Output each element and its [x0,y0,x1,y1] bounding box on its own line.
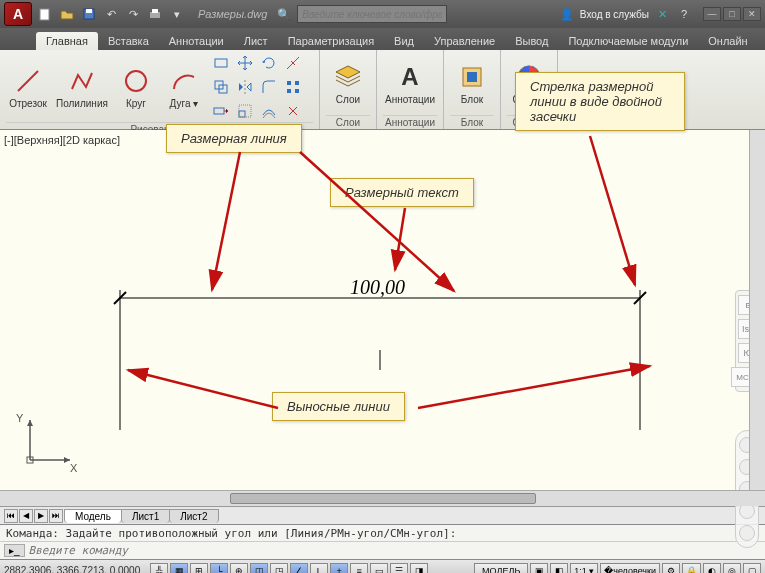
status-clean-icon[interactable]: ▢ [743,563,761,574]
tab-insert[interactable]: Вставка [98,32,159,50]
arc-label: Дуга ▾ [170,98,199,109]
explode-icon[interactable] [282,100,304,122]
rect-icon[interactable] [210,52,232,74]
tab-addins[interactable]: Подключаемые модули [558,32,698,50]
qat-new-icon[interactable] [36,5,54,23]
axis-x-label: X [70,462,77,474]
status-annoscale-button[interactable]: 1:1 ▾ [570,563,598,574]
scale-icon[interactable] [234,100,256,122]
tab-manage[interactable]: Управление [424,32,505,50]
svg-line-5 [18,71,38,91]
status-osnap-icon[interactable]: ◫ [250,563,268,574]
axis-y-label: Y [16,412,23,424]
text-button[interactable]: A Аннотации [383,60,437,107]
text-label: Аннотации [385,94,435,105]
qat-undo-icon[interactable]: ↶ [102,5,120,23]
tab-view[interactable]: Вид [384,32,424,50]
status-sc-icon[interactable]: ◨ [410,563,428,574]
status-hardware-icon[interactable]: ◐ [703,563,721,574]
ucs-icon [20,410,80,470]
layers-button[interactable]: Слои [326,60,370,107]
tab-online[interactable]: Онлайн [698,32,757,50]
signin-icon[interactable]: 👤 [558,5,576,23]
svg-line-32 [590,136,635,285]
circle-button[interactable]: Круг [114,64,158,111]
command-input[interactable] [29,544,761,557]
status-ortho-icon[interactable]: └ [210,563,228,574]
layer-panel-title: Слои [326,115,370,129]
svg-rect-2 [86,9,92,13]
offset-icon[interactable] [258,100,280,122]
status-model-button[interactable]: МОДЕЛЬ [474,563,528,574]
model-tab[interactable]: Модель [64,509,122,523]
command-prompt-icon[interactable]: ▸_ [4,544,25,557]
layout-tab-last[interactable]: ⏭ [49,509,63,523]
annot-panel-title: Аннотации [383,115,437,129]
line-button[interactable]: Отрезок [6,64,50,111]
trim-icon[interactable] [282,52,304,74]
callout-arrow-type: Стрелка размерной линии в виде двойной з… [515,72,685,131]
rotate-icon[interactable] [258,52,280,74]
copy-icon[interactable] [210,76,232,98]
minimize-button[interactable]: — [703,7,721,21]
status-annovis-icon[interactable]: �человечки [600,563,660,574]
status-ducs-icon[interactable]: L [310,563,328,574]
qat-print-icon[interactable] [146,5,164,23]
svg-point-6 [126,71,146,91]
block-button[interactable]: Блок [450,60,494,107]
layout-tab-first[interactable]: ⏮ [4,509,18,523]
horizontal-scrollbar[interactable] [0,490,765,506]
tab-home[interactable]: Главная [36,32,98,50]
status-otrack-icon[interactable]: ∠ [290,563,308,574]
signin-label[interactable]: Вход в службы [580,9,649,20]
status-polar-icon[interactable]: ⊕ [230,563,248,574]
exchange-icon[interactable]: ✕ [653,5,671,23]
status-qp-icon[interactable]: ☰ [390,563,408,574]
block-panel-title: Блок [450,115,494,129]
coordinate-readout[interactable]: 2882.3906, 3366.7213, 0.0000 [4,565,140,573]
status-lock-icon[interactable]: 🔒 [682,563,701,574]
qat-more-icon[interactable]: ▾ [168,5,186,23]
keyword-search-input[interactable] [297,5,447,23]
layers-icon [333,62,363,92]
qat-save-icon[interactable] [80,5,98,23]
sheet2-tab[interactable]: Лист2 [169,509,218,523]
tab-output[interactable]: Вывод [505,32,558,50]
app-logo[interactable]: A [4,2,32,26]
polyline-button[interactable]: Полилиния [54,64,110,111]
qat-redo-icon[interactable]: ↷ [124,5,142,23]
tab-annotate[interactable]: Аннотации [159,32,234,50]
status-3dosnap-icon[interactable]: ◳ [270,563,288,574]
arc-button[interactable]: Дуга ▾ [162,64,206,111]
layout-tab-prev[interactable]: ◀ [19,509,33,523]
move-icon[interactable] [234,52,256,74]
vertical-scrollbar[interactable] [749,130,765,490]
sheet1-tab[interactable]: Лист1 [121,509,170,523]
status-layout-icon[interactable]: ▣ [530,563,548,574]
tab-layout[interactable]: Лист [234,32,278,50]
status-quickview-icon[interactable]: ◧ [550,563,568,574]
fillet-icon[interactable] [258,76,280,98]
status-ws-icon[interactable]: ⚙ [662,563,680,574]
help-icon[interactable]: ? [675,5,693,23]
layout-tab-next[interactable]: ▶ [34,509,48,523]
arc-icon [169,66,199,96]
status-dyn-icon[interactable]: + [330,563,348,574]
mirror-icon[interactable] [234,76,256,98]
status-snap-icon[interactable]: ▦ [170,563,188,574]
callout-dimension-text: Размерный текст [330,178,474,207]
tab-parametric[interactable]: Параметризация [278,32,384,50]
search-icon[interactable]: 🔍 [275,5,293,23]
maximize-button[interactable]: □ [723,7,741,21]
nav-showmotion-icon[interactable] [739,525,755,541]
close-button[interactable]: ✕ [743,7,761,21]
status-lwt-icon[interactable]: ≡ [350,563,368,574]
status-grid-icon[interactable]: ⊞ [190,563,208,574]
array-icon[interactable] [282,76,304,98]
viewport-label[interactable]: [-][Верхняя][2D каркас] [4,134,120,146]
status-infer-icon[interactable]: ╬ [150,563,168,574]
status-tpy-icon[interactable]: ▭ [370,563,388,574]
stretch-icon[interactable] [210,100,232,122]
qat-open-icon[interactable] [58,5,76,23]
status-isolate-icon[interactable]: ◎ [723,563,741,574]
